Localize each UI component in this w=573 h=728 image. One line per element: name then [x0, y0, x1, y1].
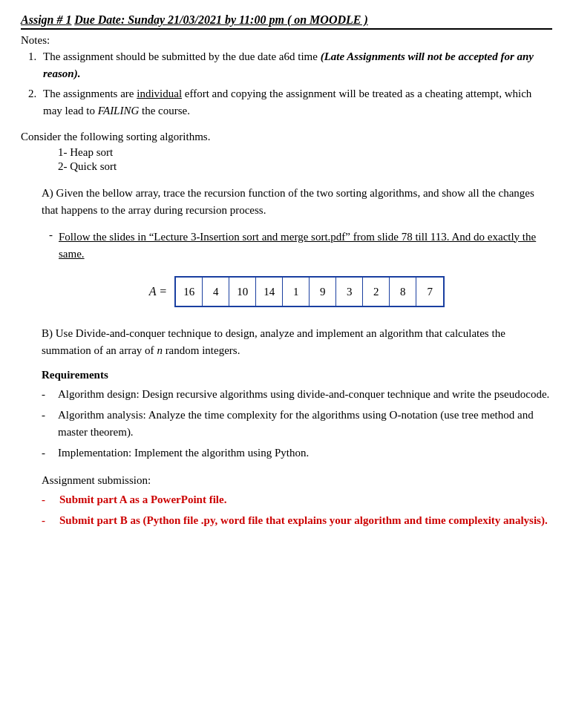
array-cell-4: 1	[283, 278, 310, 306]
submission-dash-2: -	[42, 512, 55, 529]
notes-item-1: 1. The assignment should be submitted by…	[28, 48, 552, 82]
part-a-text: A) Given the bellow array, trace the rec…	[42, 185, 552, 220]
array-container: A = 16 4 10 14 1 9 3 2 8 7	[42, 276, 552, 307]
header-due-date: Due Date: Sunday 21/03/2021 by 11:00 pm …	[74, 13, 368, 27]
req-dash-1: -	[42, 386, 55, 403]
array-cell-5: 9	[310, 278, 336, 306]
req-text-2: Algorithm analysis: Analyze the time com…	[58, 407, 552, 442]
submission-label: Assignment submission:	[42, 474, 552, 487]
algorithm-list: 1- Heap sort 2- Quick sort	[21, 146, 552, 173]
consider-text: Consider the following sorting algorithm…	[21, 131, 552, 143]
notes-item-1-text: The assignment should be submitted by th…	[43, 48, 552, 82]
notes-item-1-num: 1.	[28, 48, 43, 65]
submission-text-2: Submit part B as (Python file .py, word …	[59, 512, 548, 529]
individual-text: individual	[137, 88, 182, 99]
array-cell-2: 10	[229, 278, 256, 306]
notes-label: Notes:	[21, 34, 552, 47]
n-variable: n	[157, 344, 163, 356]
submission-item-2: - Submit part B as (Python file .py, wor…	[42, 512, 552, 529]
req-text-1: Algorithm design: Design recursive algor…	[58, 386, 549, 403]
requirements-list: - Algorithm design: Design recursive alg…	[42, 386, 552, 462]
array-cell-6: 3	[336, 278, 363, 306]
header-assign-label: Assign # 1	[21, 13, 71, 27]
submission-section: Assignment submission: - Submit part A a…	[42, 474, 552, 530]
array-cell-8: 8	[390, 278, 416, 306]
notes-list: 1. The assignment should be submitted by…	[21, 48, 552, 119]
req-dash-2: -	[42, 407, 55, 424]
array-cell-3: 14	[256, 278, 283, 306]
algorithm-2: 2- Quick sort	[58, 160, 552, 173]
submission-dash-1: -	[42, 491, 55, 508]
req-text-3: Implementation: Implement the algorithm …	[58, 445, 309, 462]
submission-text-1: Submit part A as a PowerPoint file.	[59, 491, 226, 508]
req-item-2: - Algorithm analysis: Analyze the time c…	[42, 407, 552, 442]
array-cell-1: 4	[203, 278, 229, 306]
header-line: Assign # 1 Due Date: Sunday 21/03/2021 b…	[21, 13, 552, 30]
algorithm-1: 1- Heap sort	[58, 146, 552, 159]
array-cell-0: 16	[176, 278, 203, 306]
follow-slides: - Follow the slides in “Lecture 3-Insert…	[49, 229, 552, 263]
follow-slides-text: Follow the slides in “Lecture 3-Insertio…	[59, 229, 552, 263]
requirements-heading: Requirements	[42, 369, 552, 381]
req-dash-3: -	[42, 445, 55, 462]
notes-item-2-num: 2.	[28, 85, 43, 102]
part-a-label: A)	[42, 187, 56, 199]
array-cell-7: 2	[363, 278, 390, 306]
notes-item-2: 2. The assignments are individual effort…	[28, 85, 552, 119]
array-cell-9: 7	[416, 278, 443, 306]
part-b-label: B)	[42, 327, 56, 339]
array-label: A =	[149, 285, 167, 298]
follow-dash: -	[49, 229, 53, 241]
req-item-1: - Algorithm design: Design recursive alg…	[42, 386, 552, 403]
submission-list: - Submit part A as a PowerPoint file. - …	[42, 491, 552, 530]
part-a: A) Given the bellow array, trace the rec…	[21, 185, 552, 307]
req-item-3: - Implementation: Implement the algorith…	[42, 445, 552, 462]
failing-text: FAILING	[98, 105, 140, 117]
consider-section: Consider the following sorting algorithm…	[21, 131, 552, 173]
part-b: B) Use Divide-and-conquer technique to d…	[21, 325, 552, 529]
submission-item-1: - Submit part A as a PowerPoint file.	[42, 491, 552, 508]
notes-item-2-text: The assignments are individual effort an…	[43, 85, 552, 119]
part-b-text: B) Use Divide-and-conquer technique to d…	[42, 325, 552, 360]
array-box: 16 4 10 14 1 9 3 2 8 7	[174, 276, 445, 307]
late-assignments-text: (Late Assignments will not be accepted f…	[43, 50, 534, 79]
